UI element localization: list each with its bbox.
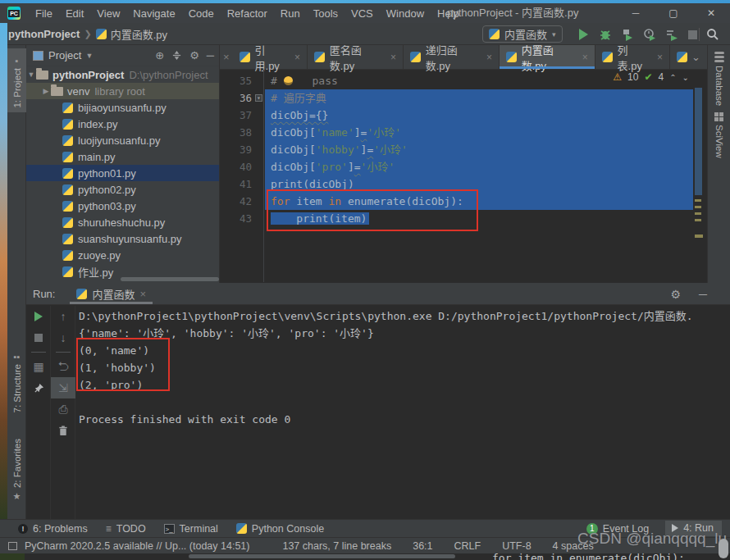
clear-all-button[interactable] (51, 420, 75, 441)
prev-problem-icon[interactable]: ⌃ (669, 73, 676, 82)
hidden-tabs-button[interactable]: ⌄ (670, 45, 707, 69)
menu-item-navigate[interactable]: Navigate (126, 7, 181, 20)
editor-scrollbar[interactable] (694, 70, 703, 282)
inspection-widget[interactable]: ⚠ 10 ✔ 4 ⌃ ⌄ (613, 71, 689, 83)
tool-tab-structure[interactable]: ▪▪ 7: Structure (7, 348, 26, 414)
up-stack-trace-button[interactable]: ↑ (51, 306, 75, 327)
editor-tab[interactable]: 列表.py× (595, 45, 670, 69)
run-anything-button[interactable] (663, 25, 681, 43)
search-everywhere-button[interactable] (704, 25, 722, 43)
todo-list-icon: ≡ (106, 523, 112, 535)
tree-row[interactable]: python01.py (26, 165, 219, 181)
down-stack-trace-button[interactable]: ↓ (51, 327, 75, 348)
tree-row[interactable]: python03.py (26, 198, 219, 214)
settings-gear-icon[interactable]: ⚙ (189, 49, 199, 61)
stop-process-button[interactable] (26, 327, 51, 348)
code-line[interactable]: dicObj['pro']='小玲' (265, 158, 693, 175)
menu-item-run[interactable]: Run (274, 7, 307, 20)
tree-row[interactable]: index.py (26, 116, 219, 132)
tab-close-icon[interactable]: × (486, 52, 492, 63)
scrolled-tab-close-icon[interactable]: × (220, 45, 233, 69)
tree-row[interactable]: main.py (26, 148, 219, 165)
hide-panel-icon[interactable]: ─ (699, 288, 707, 301)
maximize-button[interactable]: ▢ (655, 3, 692, 23)
tree-row[interactable]: ▶venvlibrary root (26, 83, 219, 99)
tool-button-python-console[interactable]: Python Console (236, 523, 324, 535)
caret-position[interactable]: 36:1 (413, 540, 432, 552)
menu-item-window[interactable]: Window (380, 7, 431, 20)
tree-row[interactable]: ▼pythonProjectD:\pythonProject (26, 66, 219, 83)
close-button[interactable]: ✕ (692, 3, 730, 23)
tool-tab-favorites[interactable]: 2: Favorites ★ (7, 435, 26, 508)
tool-tab-sciview[interactable]: SciView (708, 106, 730, 158)
tree-row[interactable]: bijiaoyunsuanfu.py (26, 99, 219, 116)
hide-panel-icon[interactable]: ─ (207, 49, 214, 61)
python-file-icon (62, 152, 73, 162)
debug-button[interactable] (596, 25, 614, 43)
menu-item-file[interactable]: File (29, 7, 59, 20)
menu-item-view[interactable]: View (90, 7, 126, 20)
minimize-button[interactable]: ─ (617, 3, 655, 23)
update-notification[interactable]: PyCharm 2020.2.5 available // Up... (tod… (25, 540, 249, 552)
tool-tab-database[interactable]: Database (708, 45, 730, 106)
soft-wrap-button[interactable]: ⮌ (51, 356, 75, 377)
menu-item-refactor[interactable]: Refactor (221, 7, 274, 20)
tab-close-icon[interactable]: × (294, 52, 300, 63)
pin-tab-button[interactable] (26, 377, 51, 398)
fold-marker-icon[interactable]: ▾ (255, 94, 262, 102)
chevron-collapsed-icon[interactable]: ▶ (41, 87, 51, 95)
close-icon[interactable]: × (139, 288, 146, 300)
tool-button-todo[interactable]: ≡ TODO (106, 523, 146, 535)
editor-tab[interactable]: 匿名函数.py× (308, 45, 404, 69)
line-ending[interactable]: CRLF (454, 540, 481, 552)
tree-row[interactable]: shuruheshuchu.py (26, 214, 219, 230)
project-tree: ▼pythonProjectD:\pythonProject▶venvlibra… (26, 66, 219, 280)
annotation-rectangle (76, 338, 170, 391)
print-button[interactable]: ⎙ (51, 398, 75, 420)
run-tab[interactable]: 内置函数 × (73, 283, 149, 304)
next-problem-icon[interactable]: ⌄ (682, 73, 689, 82)
horizontal-scrollbar[interactable] (121, 277, 219, 281)
settings-gear-icon[interactable]: ⚙ (671, 288, 682, 301)
collapse-all-icon[interactable] (171, 50, 182, 61)
code-line[interactable]: dicObj['name']='小玲' (265, 124, 693, 141)
menu-item-tools[interactable]: Tools (307, 7, 344, 20)
scroll-to-end-button[interactable]: ⇲ (51, 377, 75, 398)
breadcrumb-file[interactable]: 内置函数.py (111, 26, 167, 42)
console-output[interactable]: D:\pythonProject1\pythonProject\venv\Scr… (79, 307, 727, 428)
project-panel-title[interactable]: Project (48, 49, 81, 61)
intention-bulb-icon[interactable] (284, 76, 293, 85)
locate-file-icon[interactable]: ⊕ (155, 49, 164, 61)
breadcrumb-project[interactable]: pythonProject (8, 28, 80, 40)
tree-row[interactable]: luojiyunsuanfu.py (26, 132, 219, 148)
editor-body[interactable]: 3536▾37383940414243 # pass# 遍历字典dicObj={… (220, 70, 707, 282)
star-icon: ★ (13, 491, 21, 502)
menu-item-code[interactable]: Code (182, 7, 221, 20)
run-configuration-select[interactable]: 内置函数 ▾ (482, 25, 563, 43)
warning-count: 10 (627, 71, 638, 83)
horizontal-scrollbar[interactable] (189, 554, 455, 558)
code-line[interactable]: # 遍历字典 (265, 89, 693, 107)
tab-close-icon[interactable]: × (657, 52, 663, 63)
tab-close-icon[interactable]: × (390, 52, 396, 63)
editor-tab[interactable]: 内置函数.py× (500, 45, 595, 69)
restore-layout-button[interactable]: ▦ (26, 356, 51, 377)
tool-tab-project[interactable]: ▪ 1: Project (7, 48, 26, 112)
editor-tab[interactable]: 引用.py× (233, 45, 308, 69)
rerun-button[interactable] (26, 306, 51, 327)
file-encoding[interactable]: UTF-8 (502, 540, 531, 552)
tool-button-terminal[interactable]: >_ Terminal (164, 523, 218, 535)
tree-row[interactable]: suanshuyunsuanfu.py (26, 230, 219, 247)
scrollbar-thumb[interactable] (719, 539, 728, 558)
menu-item-vcs[interactable]: VCS (344, 7, 380, 20)
tab-close-icon[interactable]: × (582, 52, 588, 63)
editor-tab[interactable]: 递归函数.py× (404, 45, 500, 69)
menu-item-edit[interactable]: Edit (59, 7, 90, 20)
chevron-expanded-icon[interactable]: ▼ (26, 71, 36, 79)
code-line[interactable]: dicObj={} (265, 107, 693, 124)
tree-row[interactable]: python02.py (26, 181, 219, 198)
tree-row[interactable]: zuoye.py (26, 247, 219, 263)
chevron-down-icon: ⌄ (691, 51, 700, 63)
code-line[interactable]: dicObj['hobby']='小玲' (265, 141, 693, 158)
tool-button-problems[interactable]: ! 6: Problems (18, 523, 88, 535)
